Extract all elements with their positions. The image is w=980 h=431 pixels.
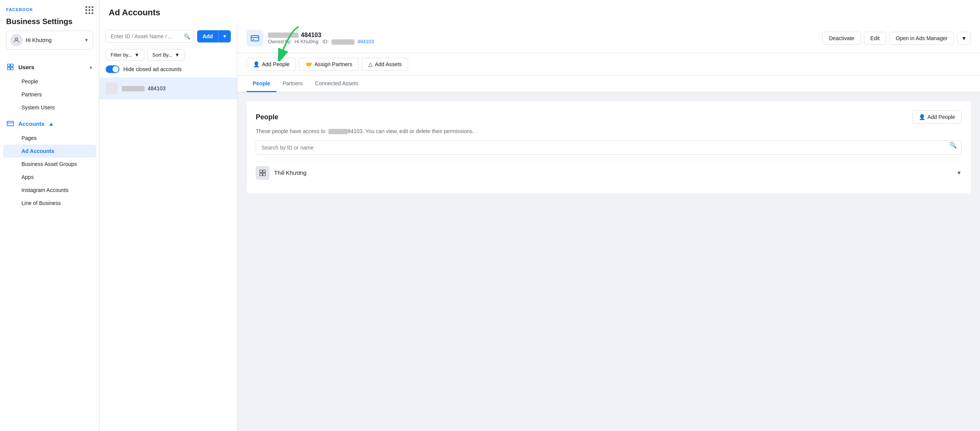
svg-rect-7 [251, 36, 259, 41]
hide-closed-toggle[interactable] [106, 65, 119, 73]
people-section: People 👤 Add People These people have ac… [247, 101, 971, 194]
sidebar-item-users[interactable]: Users ▲ [0, 59, 99, 75]
sidebar-item-business-asset-groups[interactable]: Business Asset Groups [3, 158, 96, 171]
people-add-people-button[interactable]: 👤 Add People [912, 111, 962, 124]
add-people-icon: 👤 [253, 61, 260, 67]
id-redacted [332, 39, 354, 45]
sort-chevron-icon: ▼ [175, 52, 180, 58]
detail-tabs: People Partners Connected Assets [237, 76, 980, 92]
svg-rect-5 [7, 121, 14, 126]
list-panel: 🔍 Add ▼ Filter by... ▼ Sort By... ▼ [100, 24, 237, 431]
page-title: Ad Accounts [109, 8, 971, 18]
sidebar-item-people[interactable]: People [3, 75, 96, 88]
svg-point-0 [15, 38, 18, 40]
chevron-down-icon: ▼ [84, 37, 89, 43]
account-name-redacted [268, 33, 299, 38]
sidebar-item-ad-accounts[interactable]: Ad Accounts [3, 145, 96, 158]
business-name: Hi Khương [26, 37, 81, 43]
sidebar-nav: Users ▲ People Partners System Users [0, 56, 99, 214]
tab-partners[interactable]: Partners [276, 76, 309, 92]
add-button[interactable]: Add [197, 30, 218, 42]
users-collapse-icon: ▲ [89, 65, 93, 69]
list-item[interactable]: 484103 [100, 78, 237, 99]
add-assets-button[interactable]: △ Add Assets [362, 58, 408, 71]
list-items: 484103 [100, 78, 237, 431]
account-id-link[interactable]: 484103 [358, 39, 374, 44]
tab-connected-assets[interactable]: Connected Assets [309, 76, 364, 92]
person-row: Thế Khương ▼ [256, 161, 962, 184]
svg-rect-2 [11, 64, 13, 67]
redacted-prefix [122, 86, 145, 91]
add-assets-icon: △ [368, 61, 372, 67]
list-item-name: 484103 [122, 85, 166, 91]
add-people-button[interactable]: 👤 Add People [247, 58, 296, 71]
filter-row: Filter by... ▼ Sort By... ▼ [100, 49, 237, 65]
toggle-row: Hide closed ad accounts [100, 65, 237, 78]
detail-panel: 484103 Owned by: Hi Khương ID: 484103 De… [237, 24, 980, 431]
detail-body: People 👤 Add People These people have ac… [237, 92, 980, 431]
sidebar-item-instagram-accounts[interactable]: Instagram Accounts [3, 184, 96, 197]
sidebar-item-line-of-business[interactable]: Line of Business [3, 197, 96, 210]
search-input[interactable] [106, 30, 194, 43]
add-people-small-icon: 👤 [919, 114, 925, 120]
open-ads-manager-button[interactable]: Open in Ads Manager [889, 32, 954, 45]
assign-partners-button[interactable]: 🤝 Assign Partners [299, 58, 359, 71]
add-button-group: Add ▼ [197, 30, 231, 42]
detail-actions: 👤 Add People 🤝 Assign Partners △ Add Ass… [237, 53, 980, 76]
list-toolbar: 🔍 Add ▼ [100, 24, 237, 49]
grid-menu-icon[interactable] [85, 6, 93, 14]
business-avatar [10, 34, 23, 46]
sidebar-item-pages[interactable]: Pages [3, 132, 96, 145]
svg-rect-1 [8, 64, 10, 67]
search-icon: 🔍 [184, 33, 190, 39]
search-people-wrapper: 🔍 [256, 140, 962, 161]
desc-redacted [328, 129, 348, 134]
search-people-icon: 🔍 [949, 141, 957, 149]
accounts-icon [6, 119, 15, 128]
account-id-suffix: 484103 [301, 32, 321, 39]
sidebar-item-partners[interactable]: Partners [3, 88, 96, 101]
search-wrapper: 🔍 [106, 30, 194, 43]
sidebar-header: FACEBOOK Business Settings [0, 0, 99, 56]
account-name: 484103 [268, 32, 818, 39]
person-expand-icon[interactable]: ▼ [956, 170, 962, 176]
tab-people[interactable]: People [247, 76, 276, 92]
people-section-desc: These people have access to 84103. You c… [256, 128, 962, 134]
svg-rect-13 [263, 173, 266, 176]
sidebar: FACEBOOK Business Settings [0, 0, 100, 431]
accounts-section-label: Accounts [18, 120, 44, 127]
assign-partners-icon: 🤝 [305, 61, 312, 67]
users-section-label: Users [18, 64, 85, 70]
users-icon [6, 63, 15, 71]
add-dropdown-button[interactable]: ▼ [218, 30, 231, 42]
nav-section-accounts: Accounts ▲ Pages Ad Accounts Business As… [0, 115, 99, 210]
nav-section-users: Users ▲ People Partners System Users [0, 59, 99, 114]
sidebar-item-apps[interactable]: Apps [3, 171, 96, 184]
edit-button[interactable]: Edit [864, 32, 886, 45]
svg-rect-10 [260, 170, 263, 173]
sidebar-item-accounts[interactable]: Accounts ▲ [0, 115, 99, 132]
business-selector[interactable]: Hi Khương ▼ [6, 31, 93, 50]
detail-header: 484103 Owned by: Hi Khương ID: 484103 De… [237, 24, 980, 53]
sort-by-button[interactable]: Sort By... ▼ [147, 49, 185, 61]
main-content: Ad Accounts 🔍 Add ▼ Filte [100, 0, 980, 431]
deactivate-button[interactable]: Deactivate [822, 32, 861, 45]
more-options-button[interactable]: ▼ [957, 32, 971, 45]
filter-chevron-icon: ▼ [134, 52, 139, 58]
list-item-avatar [106, 82, 118, 94]
business-settings-title: Business Settings [6, 17, 93, 26]
page-header-bar: Ad Accounts [100, 0, 980, 24]
account-id-text: Owned by: Hi Khương ID: 484103 [268, 39, 818, 45]
filter-by-button[interactable]: Filter by... ▼ [106, 49, 144, 61]
people-section-header: People 👤 Add People [256, 111, 962, 124]
sidebar-item-system-users[interactable]: System Users [3, 101, 96, 114]
people-section-title: People [256, 113, 278, 121]
accounts-collapse-icon: ▲ [48, 120, 54, 127]
action-buttons: Deactivate Edit Open in Ads Manager ▼ [822, 32, 971, 45]
svg-rect-12 [260, 173, 263, 176]
person-avatar [256, 166, 270, 180]
search-people-input[interactable] [256, 140, 962, 155]
svg-rect-3 [8, 67, 10, 70]
content-area: 🔍 Add ▼ Filter by... ▼ Sort By... ▼ [100, 24, 980, 431]
account-info: 484103 Owned by: Hi Khương ID: 484103 [268, 32, 818, 45]
